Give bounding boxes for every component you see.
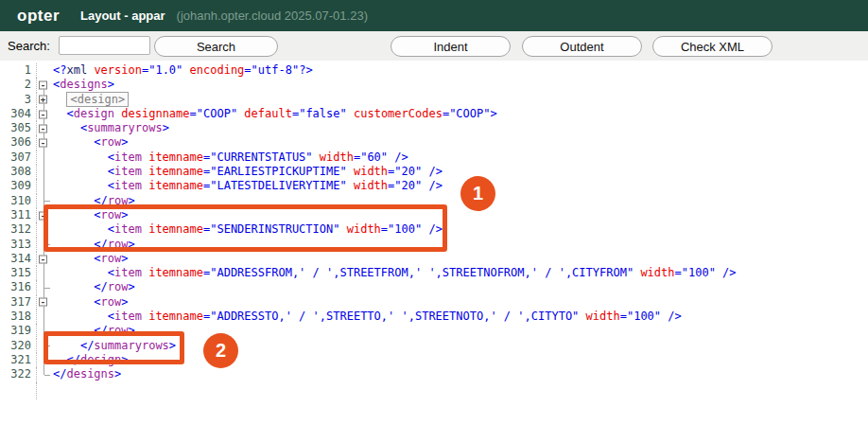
code-text[interactable]: <row>	[53, 135, 129, 150]
fold-gutter	[37, 222, 52, 237]
code-text[interactable]: </row>	[53, 238, 135, 252]
code-line[interactable]: 319 </row>	[0, 324, 868, 338]
line-number: 311	[0, 208, 37, 222]
fold-gutter	[37, 324, 52, 338]
outdent-button[interactable]: Outdent	[522, 36, 642, 57]
code-line[interactable]: 309 <item itemname="LATESTDELIVERYTIME" …	[0, 179, 868, 193]
code-text[interactable]: <summaryrows>	[53, 121, 169, 135]
collapse-node-icon[interactable]: -	[39, 139, 47, 148]
collapse-node-icon[interactable]: -	[39, 124, 47, 133]
line-number: 314	[0, 252, 37, 266]
line-number: 316	[0, 280, 37, 294]
code-line[interactable]: 304- <design designname="COOP" default="…	[0, 107, 868, 121]
fold-gutter: -	[37, 78, 52, 92]
line-number: 3	[0, 93, 37, 107]
code-line[interactable]: 3+ <design>	[0, 93, 868, 107]
code-text[interactable]: <item itemname="SENDERINSTRUCTION" width…	[53, 222, 443, 237]
code-line[interactable]: 322</designs>	[0, 367, 868, 381]
line-number: 322	[0, 367, 37, 381]
code-text[interactable]: <design designname="COOP" default="false…	[53, 107, 497, 121]
line-number: 306	[0, 135, 37, 150]
collapse-node-icon[interactable]: -	[39, 255, 47, 263]
collapse-node-icon[interactable]: -	[39, 80, 47, 89]
code-text[interactable]: </row>	[53, 194, 135, 208]
code-line[interactable]: 320 </summaryrows>	[0, 339, 868, 353]
code-text[interactable]: </row>	[53, 280, 135, 294]
indent-button[interactable]: Indent	[391, 36, 511, 57]
code-text[interactable]: <row>	[53, 208, 129, 222]
line-number: 313	[0, 238, 37, 252]
code-text[interactable]: <item itemname="LATESTDELIVERYTIME" widt…	[53, 179, 443, 193]
expand-node-icon[interactable]: +	[39, 96, 47, 104]
collapsed-node[interactable]: <design>	[66, 92, 129, 107]
annotation-badge-2: 2	[203, 333, 238, 368]
code-line[interactable]: 315 <item itemname="ADDRESSFROM,' / ',ST…	[0, 266, 868, 280]
code-line[interactable]: 310 </row>	[0, 194, 868, 208]
code-text[interactable]: </design>	[53, 353, 129, 367]
fold-gutter: -	[37, 252, 52, 266]
fold-gutter: -	[37, 135, 52, 150]
code-text[interactable]: </row>	[53, 324, 135, 338]
gutter-filler	[0, 382, 868, 399]
line-number: 312	[0, 222, 37, 237]
code-line[interactable]: 321 </design>	[0, 353, 868, 367]
code-line[interactable]: 312 <item itemname="SENDERINSTRUCTION" w…	[0, 222, 868, 237]
code-line[interactable]: 2-<designs>	[0, 78, 868, 92]
fold-gutter	[37, 367, 52, 381]
code-line[interactable]: 311- <row>	[0, 208, 868, 222]
code-text[interactable]: <item itemname="ADDRESSFROM,' / ',STREET…	[53, 266, 737, 280]
code-line[interactable]: 1<?xml version="1.0" encoding="utf-8"?>	[0, 63, 868, 78]
code-line[interactable]: 318 <item itemname="ADDRESSTO,' / ',STRE…	[0, 310, 868, 324]
collapse-node-icon[interactable]: -	[39, 211, 47, 220]
fold-gutter: +	[37, 93, 52, 107]
code-line[interactable]: 313 </row>	[0, 238, 868, 252]
line-number: 317	[0, 295, 37, 310]
fold-gutter: -	[37, 295, 52, 310]
check-xml-button[interactable]: Check XML	[652, 36, 773, 57]
code-text[interactable]: <row>	[53, 295, 129, 310]
fold-gutter	[37, 280, 52, 294]
line-number: 320	[0, 339, 37, 353]
line-number: 315	[0, 266, 37, 280]
collapse-node-icon[interactable]: -	[39, 110, 47, 118]
annotation-badge-1: 1	[460, 176, 495, 211]
fold-gutter	[37, 63, 52, 78]
code-text[interactable]: </summaryrows>	[53, 339, 176, 353]
code-text[interactable]: <item itemname="ADDRESSTO,' / ',STREETTO…	[53, 310, 682, 324]
code-line[interactable]: 314- <row>	[0, 252, 868, 266]
code-line[interactable]: 307 <item itemname="CURRENTSTATUS" width…	[0, 151, 868, 165]
code-text[interactable]: </designs>	[53, 367, 121, 381]
code-line[interactable]: 317- <row>	[0, 295, 868, 310]
code-line[interactable]: 308 <item itemname="EARLIESTPICKUPTIME" …	[0, 165, 868, 179]
code-text[interactable]: <?xml version="1.0" encoding="utf-8"?>	[53, 63, 313, 78]
line-number: 309	[0, 179, 37, 193]
line-number: 305	[0, 121, 37, 135]
line-number	[0, 382, 37, 399]
code-text[interactable]: <designs>	[53, 78, 114, 92]
code-text[interactable]: <item itemname="CURRENTSTATUS" width="60…	[53, 151, 408, 165]
server-version-label: (johanh.opter.cloud 2025.07-01.23)	[177, 9, 368, 23]
code-line[interactable]: 306- <row>	[0, 135, 868, 150]
code-text[interactable]: <design>	[53, 93, 129, 107]
search-button[interactable]: Search	[154, 36, 278, 57]
search-input[interactable]	[59, 36, 150, 55]
xml-editor[interactable]: 1<?xml version="1.0" encoding="utf-8"?>2…	[0, 61, 868, 425]
code-text[interactable]: <row>	[53, 252, 129, 266]
code-line[interactable]: 316 </row>	[0, 280, 868, 294]
toolbar: Search: Search Indent Outdent Check XML	[0, 31, 868, 61]
line-number: 1	[0, 63, 37, 78]
app-header: opter Layout - appar (johanh.opter.cloud…	[0, 0, 868, 31]
fold-gutter	[37, 165, 52, 179]
collapse-node-icon[interactable]: -	[39, 298, 47, 307]
annotation-badge-1-number: 1	[473, 183, 483, 204]
search-label: Search:	[8, 39, 50, 53]
opter-logo: opter	[17, 7, 60, 26]
code-line[interactable]: 305- <summaryrows>	[0, 121, 868, 135]
fold-gutter	[37, 310, 52, 324]
code-text[interactable]: <item itemname="EARLIESTPICKUPTIME" widt…	[53, 165, 443, 179]
page-title: Layout - appar	[80, 9, 165, 23]
fold-gutter	[37, 194, 52, 208]
line-number: 2	[0, 78, 37, 92]
fold-gutter	[37, 353, 52, 367]
line-number: 321	[0, 353, 37, 367]
